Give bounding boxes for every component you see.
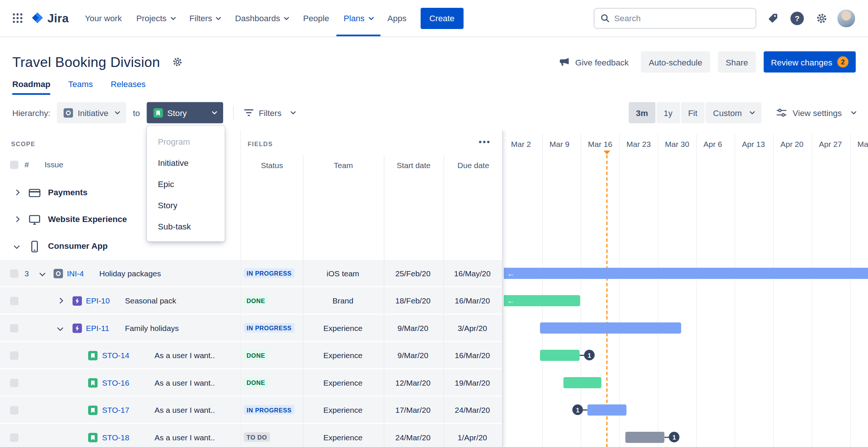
zoom-custom[interactable]: Custom [706,102,762,123]
issue-key-link[interactable]: INI-4 [67,269,84,278]
gantt-bar-sto-18[interactable] [626,432,665,443]
start-date-cell[interactable]: 9/Mar/20 [383,342,443,369]
expand-chevron[interactable] [57,298,64,304]
issue-key-link[interactable]: EPI-11 [86,324,109,332]
status-badge[interactable]: DONE [244,296,268,305]
status-badge[interactable]: TO DO [244,432,270,442]
status-badge[interactable]: DONE [244,350,268,360]
nav-item-projects[interactable]: Projects [129,0,182,36]
expand-chevron[interactable] [57,325,64,331]
due-date-cell[interactable]: 19/Mar/20 [443,369,502,396]
team-cell[interactable]: Experience [303,424,383,447]
team-cell[interactable]: Experience [303,315,383,341]
zoom-fit[interactable]: Fit [681,102,705,123]
nav-item-filters[interactable]: Filters [182,0,228,36]
gantt-bar-ini-4[interactable]: ← [504,268,868,279]
team-cell[interactable]: Experience [303,397,383,423]
start-date-cell[interactable]: 17/Mar/20 [383,397,443,423]
fields-column-header-start-date[interactable]: Start date [384,156,444,174]
plan-settings-button[interactable] [168,52,187,71]
due-date-cell[interactable]: 24/Mar/20 [443,397,502,423]
row-checkbox[interactable] [10,434,19,442]
hierarchy-from-dropdown[interactable]: Initiative [57,102,126,123]
search-input[interactable] [614,13,750,23]
select-all-checkbox[interactable] [10,161,19,169]
issue-key-link[interactable]: STO-17 [102,406,129,415]
jira-logo[interactable]: Jira [30,11,69,25]
issue-row-epi-11[interactable]: EPI-11Family holidays [0,315,241,342]
fields-column-header-team[interactable]: Team [303,156,384,174]
due-date-cell[interactable]: 1/Apr/20 [443,424,502,447]
menu-item-epic[interactable]: Epic [147,173,225,194]
due-date-cell[interactable]: 16/May/20 [443,260,502,286]
team-cell[interactable]: Experience [303,369,383,396]
issue-row-sto-14[interactable]: STO-14As a user I want.. [0,342,241,370]
row-checkbox[interactable] [10,297,19,305]
gantt-bar-sto-16[interactable] [563,377,601,388]
profile-button[interactable] [837,9,856,28]
issue-key-link[interactable]: STO-16 [102,378,129,387]
due-date-cell[interactable]: 16/Mar/20 [443,287,502,314]
row-checkbox[interactable] [10,351,19,360]
expand-chevron[interactable] [14,189,20,196]
issue-key-link[interactable]: EPI-10 [86,296,110,305]
start-date-cell[interactable]: 9/Mar/20 [383,315,443,341]
gantt-bar-sto-14[interactable] [540,350,580,361]
expand-chevron[interactable] [39,270,46,277]
status-badge[interactable]: DONE [244,378,268,387]
dependency-count-badge[interactable]: 1 [669,432,680,443]
nav-item-plans[interactable]: Plans [336,0,380,36]
app-switcher-button[interactable] [8,9,27,28]
issue-key-link[interactable]: STO-18 [102,433,129,442]
status-badge[interactable]: IN PROGRESS [244,323,295,333]
row-checkbox[interactable] [10,324,19,333]
menu-item-sub-task[interactable]: Sub-task [147,215,225,237]
expand-chevron[interactable] [14,216,20,222]
tab-roadmap[interactable]: Roadmap [12,77,51,95]
issue-key-link[interactable]: STO-14 [102,351,129,360]
team-cell[interactable]: Experience [303,342,383,369]
zoom-1y[interactable]: 1y [656,102,680,123]
issue-row-sto-17[interactable]: STO-17As a user I want.. [0,397,241,424]
start-date-cell[interactable]: 12/Mar/20 [383,369,443,396]
menu-item-initiative[interactable]: Initiative [147,152,225,173]
nav-item-dashboards[interactable]: Dashboards [228,0,296,36]
team-cell[interactable]: Brand [303,287,383,314]
tab-teams[interactable]: Teams [68,77,93,95]
row-checkbox[interactable] [10,270,19,278]
settings-button[interactable] [812,9,831,28]
auto-schedule-button[interactable]: Auto-schedule [641,51,710,73]
issue-row-sto-18[interactable]: STO-18As a user I want.. [0,424,241,447]
issue-row-ini-4[interactable]: 3INI-4Holiday packages [0,260,241,287]
fields-more-button[interactable]: ••• [479,137,491,147]
dependency-count-badge[interactable]: 1 [584,350,595,361]
issue-row-sto-16[interactable]: STO-16As a user I want.. [0,369,241,397]
issue-row-epi-10[interactable]: EPI-10Seasonal pack [0,287,241,315]
fields-column-header-status[interactable]: Status [241,156,303,174]
tag-button[interactable] [763,9,782,28]
gantt-bar-epi-10[interactable]: ← [504,295,581,306]
nav-item-apps[interactable]: Apps [380,0,414,36]
review-changes-button[interactable]: Review changes 2 [763,51,856,73]
row-checkbox[interactable] [10,379,19,387]
start-date-cell[interactable]: 24/Mar/20 [383,424,443,447]
nav-item-people[interactable]: People [296,0,336,36]
menu-item-story[interactable]: Story [147,194,225,215]
gantt-bar-epi-11[interactable] [540,322,681,334]
create-button[interactable]: Create [421,7,464,29]
due-date-cell[interactable]: 3/Apr/20 [443,315,502,341]
filters-button[interactable]: Filters [244,108,295,118]
status-badge[interactable]: IN PROGRESS [244,268,295,278]
share-button[interactable]: Share [718,51,756,73]
view-settings-button[interactable]: View settings [776,107,856,118]
start-date-cell[interactable]: 25/Feb/20 [383,260,443,286]
due-date-cell[interactable]: 16/Mar/20 [443,342,502,369]
tab-releases[interactable]: Releases [111,77,146,95]
status-badge[interactable]: IN PROGRESS [244,405,295,415]
start-date-cell[interactable]: 18/Feb/20 [383,287,443,314]
give-feedback-link[interactable]: Give feedback [559,57,629,68]
expand-chevron[interactable] [14,243,20,249]
row-checkbox[interactable] [10,406,19,415]
dependency-count-badge[interactable]: 1 [572,405,583,415]
help-button[interactable]: ? [788,9,807,28]
